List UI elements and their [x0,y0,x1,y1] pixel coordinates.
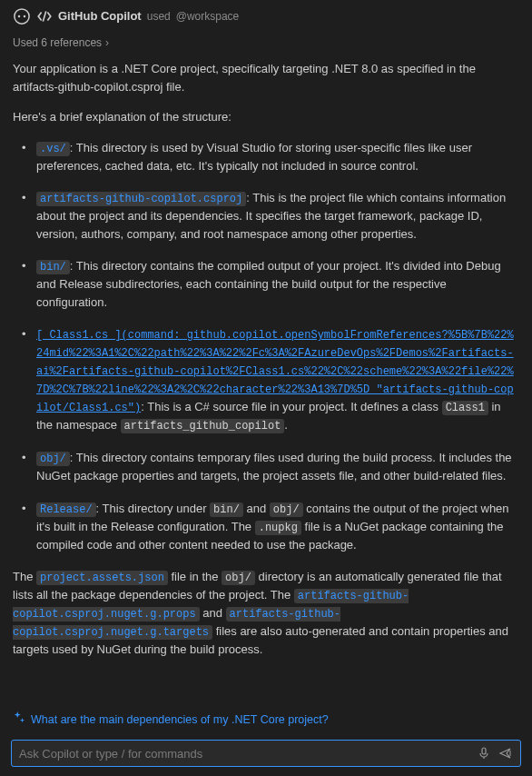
chat-input-container [11,740,521,767]
svg-point-1 [18,15,21,18]
code-chip-obj2: obj/ [270,502,303,517]
code-chip-csproj[interactable]: artifacts-github-copilot.csproj [36,192,246,206]
code-chip-vs[interactable]: .vs/ [36,142,70,156]
code-chip-bin[interactable]: bin/ [36,260,70,274]
list-item-text: : This directory is used by Visual Studi… [36,141,472,173]
list-item: .vs/: This directory is used by Visual S… [25,139,519,175]
list-item: Release/: This directory under bin/ and … [25,500,519,554]
chevron-right-icon: › [105,35,109,51]
chat-response: Your application is a .NET Core project,… [0,60,532,704]
list-item: obj/: This directory contains temporary … [25,449,519,485]
list-item-text: . [284,418,288,432]
list-item-text: : This directory contains the compiled o… [36,259,501,309]
code-chip-namespace: artifacts_github_copilot [121,419,285,433]
send-button[interactable] [498,746,513,761]
list-item: artifacts-github-copilot.csproj: This is… [25,189,519,243]
structure-list: .vs/: This directory is used by Visual S… [13,139,519,554]
code-chip-class1: Class1 [442,401,488,415]
svg-rect-3 [482,748,486,754]
workspace-tag: @workspace [176,8,240,25]
chat-header: GitHub Copilot used @workspace [0,0,532,29]
code-chip-assets[interactable]: project.assets.json [36,571,168,585]
followup-suggestion[interactable]: What are the main dependencies of my .NE… [0,704,532,737]
chat-title: GitHub Copilot [58,7,142,25]
copilot-icon [13,7,31,25]
code-icon [36,8,53,25]
chat-input[interactable] [19,747,469,761]
code-chip-nupkg: .nupkg [255,521,301,535]
code-chip-release[interactable]: Release/ [36,502,96,517]
followup-text: What are the main dependencies of my .NE… [31,711,329,729]
references-label: Used 6 references [13,35,102,51]
code-chip-obj[interactable]: obj/ [36,452,70,466]
list-item-text: : This directory under [96,502,210,515]
list-item: bin/: This directory contains the compil… [25,257,519,311]
mic-button[interactable] [477,746,491,761]
list-item-text: and [243,502,270,515]
svg-point-2 [24,15,26,18]
intro-text-2: Here's a brief explanation of the struct… [13,108,519,126]
outro-text: The project.assets.json file in the obj/… [13,568,519,659]
chat-used-label: used [147,8,171,25]
sparkle-icon [13,711,25,730]
list-item-text: : This directory contains temporary file… [36,451,512,483]
list-item-text: : This is a C# source file in your proje… [141,400,441,413]
list-item: [ Class1.cs ](command:_github.copilot.op… [25,325,519,434]
code-chip-bin2: bin/ [210,502,243,517]
intro-text-1: Your application is a .NET Core project,… [13,60,519,95]
code-chip-obj3: obj/ [222,571,255,585]
references-toggle[interactable]: Used 6 references › [0,29,532,60]
